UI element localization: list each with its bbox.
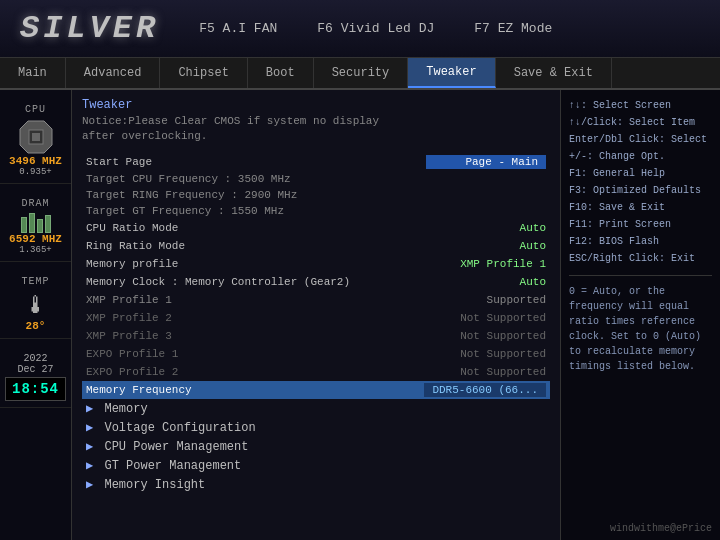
- sidebar-dram: DRAM 6592 MHZ 1.365+: [0, 192, 71, 262]
- gt-freq-line: Target GT Frequency : 1550 MHz: [82, 203, 550, 219]
- expo2-label: EXPO Profile 2: [86, 366, 178, 378]
- memory-insight-row[interactable]: ▶ Memory Insight: [82, 475, 550, 494]
- thermometer-icon: 🌡: [24, 291, 48, 320]
- cpu-freq: 3496 MHZ: [9, 155, 62, 167]
- tab-boot[interactable]: Boot: [248, 58, 314, 88]
- ring-freq-line: Target RING Frequency : 2900 MHz: [82, 187, 550, 203]
- memory-profile-value: XMP Profile 1: [426, 258, 546, 270]
- expand-arrow-icon5: ▶: [86, 477, 93, 492]
- help-description: 0 = Auto, or the frequency will equal ra…: [569, 284, 712, 374]
- watermark: windwithme@ePrice: [610, 523, 712, 534]
- ring-ratio-label: Ring Ratio Mode: [86, 240, 185, 252]
- voltage-config-row[interactable]: ▶ Voltage Configuration: [82, 418, 550, 437]
- memory-clock-value: Auto: [426, 276, 546, 288]
- xmp3-label: XMP Profile 3: [86, 330, 172, 342]
- xmp2-row: XMP Profile 2 Not Supported: [82, 309, 550, 327]
- logo: SILVER: [20, 10, 159, 47]
- xmp1-row: XMP Profile 1 Supported: [82, 291, 550, 309]
- cpu-volt: 0.935+: [19, 167, 51, 177]
- memory-freq-value: DDR5-6600 (66...: [424, 383, 546, 397]
- memory-insight-expand-label: ▶ Memory Insight: [86, 477, 205, 492]
- section-title: Tweaker: [82, 98, 550, 112]
- tab-tweaker[interactable]: Tweaker: [408, 58, 495, 88]
- help-select-item: ↑↓/Click: Select Item: [569, 115, 712, 131]
- gt-power-expand-label: ▶ GT Power Management: [86, 458, 241, 473]
- svg-rect-2: [32, 133, 40, 141]
- expo1-value: Not Supported: [426, 348, 546, 360]
- expo1-row: EXPO Profile 1 Not Supported: [82, 345, 550, 363]
- help-f3: F3: Optimized Defaults: [569, 183, 712, 199]
- date-display: 2022 Dec 27: [17, 353, 53, 375]
- help-f1: F1: General Help: [569, 166, 712, 182]
- xmp1-value: Supported: [426, 294, 546, 306]
- memory-expandable-row[interactable]: ▶ Memory: [82, 399, 550, 418]
- header: SILVER F5 A.I FAN F6 Vivid Led DJ F7 EZ …: [0, 0, 720, 58]
- xmp2-value: Not Supported: [426, 312, 546, 324]
- cpu-power-expand-label: ▶ CPU Power Management: [86, 439, 248, 454]
- sidebar-cpu: CPU 3496 MHZ 0.935+: [0, 98, 71, 184]
- start-page-label: Start Page: [86, 156, 152, 168]
- help-f12: F12: BIOS Flash: [569, 234, 712, 250]
- help-esc: ESC/Right Click: Exit: [569, 251, 712, 267]
- dram-label: DRAM: [21, 198, 49, 209]
- start-page-value: Page - Main: [426, 155, 546, 169]
- tab-security[interactable]: Security: [314, 58, 409, 88]
- help-enter: Enter/Dbl Click: Select: [569, 132, 712, 148]
- sidebar-datetime: 2022 Dec 27 18:54: [0, 347, 71, 408]
- tab-advanced[interactable]: Advanced: [66, 58, 161, 88]
- xmp2-label: XMP Profile 2: [86, 312, 172, 324]
- cpu-freq-line: Target CPU Frequency : 3500 MHz: [82, 171, 550, 187]
- sidebar: CPU 3496 MHZ 0.935+ DRAM 6592 MHZ 1.365+: [0, 90, 72, 540]
- sidebar-temp: TEMP 🌡 28°: [0, 270, 71, 339]
- ring-ratio-value: Auto: [426, 240, 546, 252]
- dram-icon: [21, 213, 51, 233]
- temp-value: 28°: [26, 320, 46, 332]
- tab-save-exit[interactable]: Save & Exit: [496, 58, 612, 88]
- nav-tabs: Main Advanced Chipset Boot Security Twea…: [0, 58, 720, 90]
- memory-clock-label: Memory Clock : Memory Controller (Gear2): [86, 276, 350, 288]
- expand-arrow-icon: ▶: [86, 401, 93, 416]
- start-page-row[interactable]: Start Page Page - Main: [82, 153, 550, 171]
- dram-freq: 6592 MHZ: [9, 233, 62, 245]
- content-area: Tweaker Notice:Please Clear CMOS if syst…: [72, 90, 560, 540]
- memory-profile-row[interactable]: Memory profile XMP Profile 1: [82, 255, 550, 273]
- voltage-expand-label: ▶ Voltage Configuration: [86, 420, 256, 435]
- cpu-ratio-row[interactable]: CPU Ratio Mode Auto: [82, 219, 550, 237]
- notice-text: Notice:Please Clear CMOS if system no di…: [82, 114, 550, 145]
- expo1-label: EXPO Profile 1: [86, 348, 178, 360]
- memory-freq-row[interactable]: Memory Frequency DDR5-6600 (66...: [82, 381, 550, 399]
- help-f11: F11: Print Screen: [569, 217, 712, 233]
- notice-line1: Notice:Please Clear CMOS if system no di…: [82, 115, 379, 127]
- f5-button[interactable]: F5 A.I FAN: [199, 21, 277, 36]
- f7-button[interactable]: F7 EZ Mode: [474, 21, 552, 36]
- help-keys: ↑↓: Select Screen ↑↓/Click: Select Item …: [569, 98, 712, 267]
- temp-label: TEMP: [21, 276, 49, 287]
- f6-button[interactable]: F6 Vivid Led DJ: [317, 21, 434, 36]
- date-value: 2022 Dec 27: [17, 353, 53, 375]
- expand-arrow-icon2: ▶: [86, 420, 93, 435]
- header-buttons: F5 A.I FAN F6 Vivid Led DJ F7 EZ Mode: [199, 21, 552, 36]
- cpu-ratio-value: Auto: [426, 222, 546, 234]
- main-area: CPU 3496 MHZ 0.935+ DRAM 6592 MHZ 1.365+: [0, 90, 720, 540]
- gt-power-row[interactable]: ▶ GT Power Management: [82, 456, 550, 475]
- ring-ratio-row[interactable]: Ring Ratio Mode Auto: [82, 237, 550, 255]
- tab-main[interactable]: Main: [0, 58, 66, 88]
- cpu-icon: [18, 119, 54, 155]
- memory-profile-label: Memory profile: [86, 258, 178, 270]
- time-display: 18:54: [5, 377, 66, 401]
- cpu-ratio-label: CPU Ratio Mode: [86, 222, 178, 234]
- memory-expand-label: ▶ Memory: [86, 401, 148, 416]
- expand-arrow-icon4: ▶: [86, 458, 93, 473]
- expo2-row: EXPO Profile 2 Not Supported: [82, 363, 550, 381]
- cpu-label: CPU: [25, 104, 46, 115]
- notice-line2: after overclocking.: [82, 130, 207, 142]
- xmp1-label: XMP Profile 1: [86, 294, 172, 306]
- dram-volt: 1.365+: [19, 245, 51, 255]
- expand-arrow-icon3: ▶: [86, 439, 93, 454]
- help-change-opt: +/-: Change Opt.: [569, 149, 712, 165]
- tab-chipset[interactable]: Chipset: [160, 58, 247, 88]
- memory-freq-label: Memory Frequency: [86, 384, 192, 396]
- cpu-power-row[interactable]: ▶ CPU Power Management: [82, 437, 550, 456]
- xmp3-row: XMP Profile 3 Not Supported: [82, 327, 550, 345]
- memory-clock-row[interactable]: Memory Clock : Memory Controller (Gear2)…: [82, 273, 550, 291]
